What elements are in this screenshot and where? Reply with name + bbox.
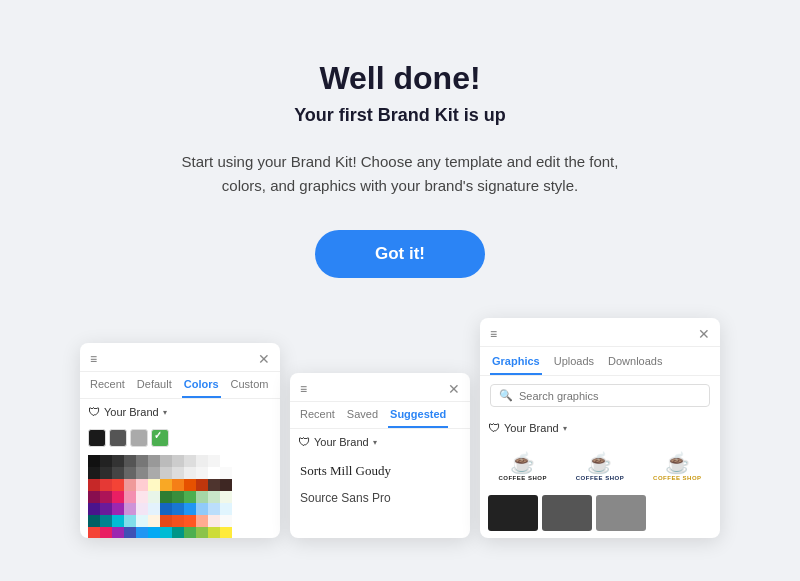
- palette-cell[interactable]: [112, 515, 124, 527]
- palette-cell[interactable]: [100, 467, 112, 479]
- tab-recent[interactable]: Recent: [88, 378, 127, 398]
- palette-cell[interactable]: [160, 503, 172, 515]
- palette-cell[interactable]: [112, 479, 124, 491]
- tab-recent-mid[interactable]: Recent: [298, 408, 337, 428]
- tab-default[interactable]: Default: [135, 378, 174, 398]
- logo-item-navy[interactable]: ☕ COFFEE SHOP: [574, 445, 626, 487]
- palette-cell[interactable]: [208, 467, 220, 479]
- palette-cell[interactable]: [184, 455, 196, 467]
- palette-cell[interactable]: [160, 467, 172, 479]
- palette-cell[interactable]: [208, 503, 220, 515]
- palette-cell[interactable]: [208, 479, 220, 491]
- palette-cell[interactable]: [148, 503, 160, 515]
- palette-cell[interactable]: [220, 491, 232, 503]
- palette-cell[interactable]: [100, 527, 112, 538]
- palette-cell[interactable]: [88, 527, 100, 538]
- palette-cell[interactable]: [196, 455, 208, 467]
- palette-cell[interactable]: [220, 527, 232, 538]
- palette-cell[interactable]: [88, 479, 100, 491]
- palette-cell[interactable]: [172, 467, 184, 479]
- logo-item-gold[interactable]: ☕ COFFEE SHOP: [651, 445, 703, 487]
- tab-uploads[interactable]: Uploads: [552, 355, 596, 375]
- logo-item-black[interactable]: ☕ COFFEE SHOP: [497, 445, 549, 487]
- palette-cell[interactable]: [220, 479, 232, 491]
- swatch-black[interactable]: [88, 429, 106, 447]
- palette-cell[interactable]: [136, 455, 148, 467]
- palette-cell[interactable]: [112, 503, 124, 515]
- close-icon-mid[interactable]: ✕: [448, 381, 460, 397]
- palette-cell[interactable]: [184, 479, 196, 491]
- search-bar[interactable]: 🔍: [490, 384, 710, 407]
- palette-cell[interactable]: [208, 515, 220, 527]
- palette-cell[interactable]: [220, 467, 232, 479]
- got-it-button[interactable]: Got it!: [315, 230, 485, 278]
- tab-suggested[interactable]: Suggested: [388, 408, 448, 428]
- palette-cell[interactable]: [172, 479, 184, 491]
- palette-cell[interactable]: [148, 455, 160, 467]
- palette-cell[interactable]: [112, 491, 124, 503]
- brand-selector-mid[interactable]: 🛡 Your Brand ▾: [290, 429, 470, 455]
- palette-cell[interactable]: [136, 527, 148, 538]
- palette-cell[interactable]: [196, 479, 208, 491]
- font-item-2[interactable]: Source Sans Pro: [300, 491, 460, 505]
- palette-cell[interactable]: [220, 515, 232, 527]
- palette-cell[interactable]: [208, 491, 220, 503]
- palette-cell[interactable]: [184, 503, 196, 515]
- palette-cell[interactable]: [172, 455, 184, 467]
- tab-custom[interactable]: Custom: [229, 378, 271, 398]
- palette-cell[interactable]: [100, 491, 112, 503]
- palette-cell[interactable]: [100, 515, 112, 527]
- palette-cell[interactable]: [208, 455, 220, 467]
- tab-colors[interactable]: Colors: [182, 378, 221, 398]
- tab-saved[interactable]: Saved: [345, 408, 380, 428]
- palette-cell[interactable]: [124, 491, 136, 503]
- palette-cell[interactable]: [220, 455, 232, 467]
- palette-cell[interactable]: [136, 479, 148, 491]
- close-icon-right[interactable]: ✕: [698, 326, 710, 342]
- palette-cell[interactable]: [160, 479, 172, 491]
- palette-cell[interactable]: [88, 503, 100, 515]
- palette-cell[interactable]: [220, 503, 232, 515]
- palette-cell[interactable]: [112, 467, 124, 479]
- palette-cell[interactable]: [172, 527, 184, 538]
- palette-cell[interactable]: [100, 455, 112, 467]
- palette-cell[interactable]: [124, 467, 136, 479]
- palette-cell[interactable]: [160, 515, 172, 527]
- palette-cell[interactable]: [124, 515, 136, 527]
- swatch-green-checked[interactable]: ✓: [151, 429, 169, 447]
- palette-cell[interactable]: [136, 515, 148, 527]
- tab-graphics[interactable]: Graphics: [490, 355, 542, 375]
- palette-cell[interactable]: [184, 515, 196, 527]
- swatch-dark[interactable]: [109, 429, 127, 447]
- palette-cell[interactable]: [196, 503, 208, 515]
- palette-cell[interactable]: [88, 491, 100, 503]
- palette-cell[interactable]: [88, 455, 100, 467]
- swatch-gray[interactable]: [130, 429, 148, 447]
- palette-cell[interactable]: [100, 479, 112, 491]
- palette-cell[interactable]: [172, 503, 184, 515]
- palette-cell[interactable]: [88, 515, 100, 527]
- palette-cell[interactable]: [160, 527, 172, 538]
- palette-cell[interactable]: [88, 467, 100, 479]
- palette-cell[interactable]: [136, 491, 148, 503]
- close-icon[interactable]: ✕: [258, 351, 270, 367]
- palette-cell[interactable]: [124, 455, 136, 467]
- brand-selector-right[interactable]: 🛡 Your Brand ▾: [480, 415, 720, 441]
- palette-cell[interactable]: [136, 467, 148, 479]
- palette-cell[interactable]: [136, 503, 148, 515]
- palette-cell[interactable]: [196, 467, 208, 479]
- palette-cell[interactable]: [100, 503, 112, 515]
- palette-cell[interactable]: [196, 491, 208, 503]
- search-input[interactable]: [519, 390, 701, 402]
- palette-cell[interactable]: [148, 527, 160, 538]
- palette-cell[interactable]: [112, 527, 124, 538]
- palette-cell[interactable]: [148, 491, 160, 503]
- palette-cell[interactable]: [148, 479, 160, 491]
- palette-cell[interactable]: [124, 479, 136, 491]
- palette-cell[interactable]: [184, 527, 196, 538]
- tab-downloads[interactable]: Downloads: [606, 355, 664, 375]
- palette-cell[interactable]: [148, 467, 160, 479]
- palette-cell[interactable]: [160, 491, 172, 503]
- palette-cell[interactable]: [172, 515, 184, 527]
- palette-cell[interactable]: [148, 515, 160, 527]
